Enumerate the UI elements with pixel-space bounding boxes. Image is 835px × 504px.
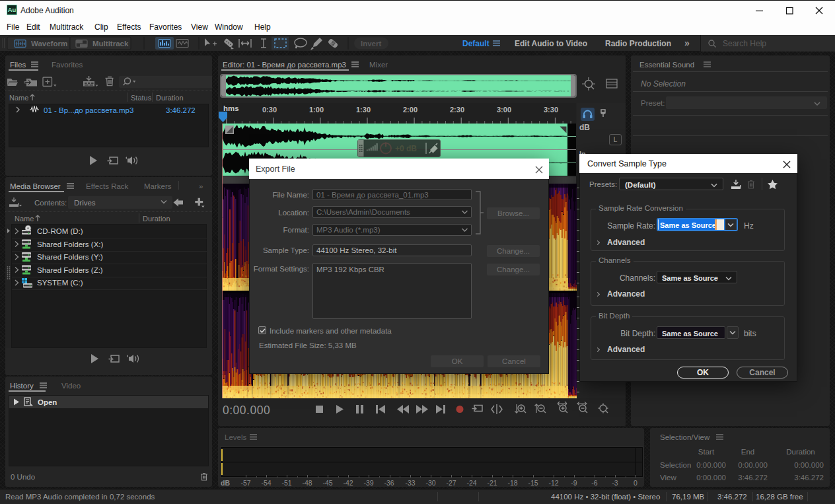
svg-text:+0 dB: +0 dB bbox=[395, 144, 417, 153]
svg-text:Invert: Invert bbox=[361, 40, 381, 48]
svg-text:Waveform: Waveform bbox=[31, 40, 67, 48]
svg-text:Multitrack: Multitrack bbox=[92, 40, 129, 48]
